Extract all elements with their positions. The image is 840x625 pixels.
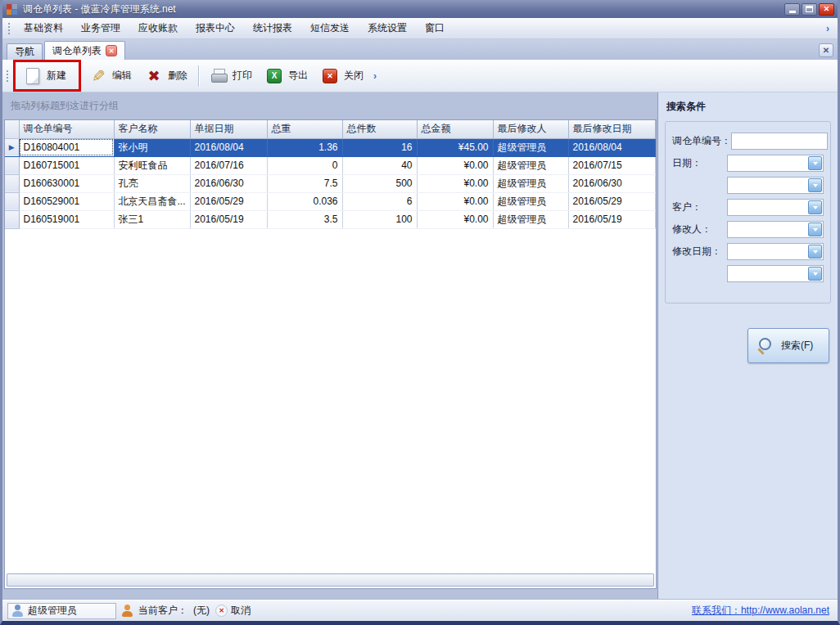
menu-item[interactable]: 基础资料 [15,18,72,38]
grid-cell[interactable]: D160519001 [19,210,114,228]
grid-cell[interactable]: 40 [342,156,417,174]
modified-date-to-dropdown[interactable] [727,265,824,282]
toolbar-overflow-chevron-icon[interactable]: › [370,70,380,82]
grid-cell[interactable]: D160529001 [19,192,114,210]
menu-item[interactable]: 报表中心 [187,18,244,38]
grid-cell[interactable]: ¥45.00 [417,138,493,156]
maximize-button[interactable] [802,3,817,16]
menu-item[interactable]: 窗口 [416,18,454,38]
grid-cell[interactable]: 超级管理员 [493,156,568,174]
menu-grip-icon[interactable] [7,22,11,35]
grid-empty-area [5,229,656,573]
grid-cell[interactable]: 安利旺食品 [114,156,190,174]
column-header[interactable]: 调仓单编号 [19,120,114,138]
grid-cell[interactable]: 超级管理员 [493,174,568,192]
grid-cell[interactable]: 2016/05/19 [568,210,656,228]
grid-cell[interactable]: 3.5 [267,210,342,228]
chevron-down-icon[interactable] [808,267,822,281]
new-button[interactable]: 新建 [17,65,73,88]
chevron-down-icon[interactable] [808,178,822,192]
column-header[interactable]: 最后修改人 [493,120,568,138]
contact-link[interactable]: 联系我们：http://www.aolan.net [692,604,829,618]
date-from-dropdown[interactable] [727,155,824,172]
close-window-button[interactable]: ✕ [819,3,834,16]
grid-cell[interactable]: 北京天昌斋食... [114,192,190,210]
grid-cell[interactable]: D160715001 [19,156,114,174]
menu-overflow-chevron-icon[interactable]: › [822,23,833,34]
grid-cell[interactable]: D160630001 [19,174,114,192]
order-no-input[interactable] [731,133,828,150]
column-header[interactable]: 总金额 [417,120,493,138]
menu-item[interactable]: 统计报表 [244,18,301,38]
grid-cell[interactable]: 100 [342,210,417,228]
minimize-button[interactable] [784,3,800,16]
modified-date-from-dropdown[interactable] [727,243,824,260]
column-header[interactable]: 客户名称 [114,120,190,138]
table-row[interactable]: D160715001安利旺食品2016/07/16040¥0.00超级管理员20… [5,156,656,174]
grid-cell[interactable]: ¥0.00 [417,210,493,228]
grid-cell[interactable]: 6 [342,192,417,210]
grid-cell[interactable]: 500 [342,174,417,192]
customer-dropdown[interactable] [727,199,824,216]
column-header[interactable]: 最后修改日期 [568,120,656,138]
grid-cell[interactable]: 7.5 [267,174,342,192]
grid-cell[interactable]: ¥0.00 [417,192,493,210]
chevron-down-icon[interactable] [808,200,822,214]
grid-cell[interactable]: 2016/06/30 [568,174,656,192]
chevron-down-icon[interactable] [808,223,822,236]
table-row[interactable]: D160630001孔亮2016/06/307.5500¥0.00超级管理员20… [5,174,656,192]
search-field-row [672,264,824,283]
chevron-down-icon[interactable] [808,156,822,170]
delete-button[interactable]: 删除 [138,65,194,88]
grid-cell[interactable]: 2016/08/04 [568,138,656,156]
grid-cell[interactable]: 张三1 [114,210,190,228]
tabstrip-close-button[interactable]: ✕ [819,43,833,57]
menu-item[interactable]: 应收账款 [129,18,187,38]
grid-cell[interactable]: 0 [267,156,342,174]
grid-cell[interactable]: 1.36 [267,138,342,156]
grid-cell[interactable]: 超级管理员 [493,210,568,228]
cancel-customer-button[interactable]: 取消 [215,604,251,618]
grid-cell[interactable]: ¥0.00 [417,156,493,174]
menu-item[interactable]: 短信发送 [301,18,359,38]
edit-button[interactable]: 编辑 [83,65,138,88]
grid-cell[interactable]: 2016/05/29 [190,192,267,210]
table-row[interactable]: D160529001北京天昌斋食...2016/05/290.0366¥0.00… [5,192,656,210]
tab-inactive[interactable]: 导航 [7,43,43,60]
menu-item[interactable]: 系统设置 [359,18,416,38]
column-header[interactable]: 单据日期 [190,120,267,138]
grid-cell[interactable]: 0.036 [267,192,342,210]
grid-horizontal-scrollbar[interactable] [7,573,654,587]
grid-cell[interactable]: 2016/05/29 [568,192,656,210]
tab-active[interactable]: 调仓单列表 [44,41,125,60]
search-panel-title: 搜索条件 [665,97,831,121]
grid-cell[interactable]: 2016/07/16 [190,156,267,174]
export-button[interactable]: 导出 [259,65,314,88]
grid-cell[interactable]: ¥0.00 [417,174,493,192]
print-button[interactable]: 打印 [203,65,259,88]
grid-cell[interactable]: 2016/06/30 [190,174,267,192]
menu-item[interactable]: 业务管理 [72,18,129,38]
grid-cell[interactable]: 超级管理员 [493,192,568,210]
column-header[interactable]: 总件数 [342,120,417,138]
grid-cell[interactable]: 孔亮 [114,174,190,192]
tab-close-icon[interactable] [106,45,117,56]
chevron-down-icon[interactable] [808,245,822,259]
grid-cell[interactable]: 张小明 [114,138,190,156]
search-button[interactable]: 搜索(F) [747,328,829,363]
table-row[interactable]: ▶D160804001张小明2016/08/041.3616¥45.00超级管理… [5,138,656,156]
column-header[interactable]: 总重 [267,120,342,138]
table-row[interactable]: D160519001张三12016/05/193.5100¥0.00超级管理员2… [5,210,656,228]
grid-cell[interactable]: 2016/07/15 [568,156,656,174]
grid-cell[interactable]: 16 [342,138,417,156]
date-to-dropdown[interactable] [727,177,824,194]
toolbar-grip-icon[interactable] [6,70,10,83]
grid-cell[interactable]: 2016/05/19 [190,210,267,228]
modifier-dropdown[interactable] [727,221,824,238]
grid-cell[interactable]: 超级管理员 [493,138,568,156]
close-button[interactable]: 关闭 [314,65,370,88]
group-by-panel[interactable]: 拖动列标题到这进行分组 [2,92,657,119]
grid-cell[interactable]: 2016/08/04 [190,138,267,156]
grid-cell[interactable]: D160804001 [19,138,114,156]
search-field-row: 修改人： [672,220,824,239]
